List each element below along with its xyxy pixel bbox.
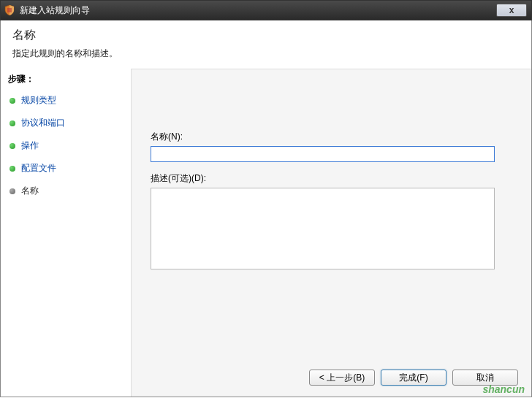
- close-button[interactable]: x: [496, 4, 527, 17]
- name-field-label: 名称(N):: [151, 131, 512, 143]
- step-label: 名称: [21, 185, 39, 197]
- svg-rect-0: [7, 8, 12, 12]
- cancel-button[interactable]: 取消: [452, 370, 518, 386]
- step-rule-type[interactable]: 规则类型: [8, 91, 123, 110]
- step-name[interactable]: 名称: [8, 182, 123, 200]
- bullet-icon: [10, 166, 15, 172]
- finish-button[interactable]: 完成(F): [381, 370, 446, 386]
- step-protocol-port[interactable]: 协议和端口: [8, 114, 123, 132]
- wizard-header: 名称 指定此规则的名称和描述。: [1, 20, 531, 69]
- bullet-icon: [10, 120, 15, 126]
- firewall-shield-icon: [4, 4, 15, 16]
- bullet-icon: [10, 188, 15, 194]
- page-subtitle: 指定此规则的名称和描述。: [12, 47, 520, 60]
- steps-heading: 步骤：: [8, 73, 123, 85]
- back-button[interactable]: < 上一步(B): [309, 370, 375, 386]
- main-panel: 名称(N): 描述(可选)(D):: [131, 69, 531, 364]
- page-title: 名称: [12, 28, 520, 43]
- step-label: 协议和端口: [21, 117, 65, 129]
- content-row: 步骤： 规则类型 协议和端口 操作 配置文件 名称: [1, 69, 531, 364]
- bullet-icon: [10, 98, 15, 104]
- window-title: 新建入站规则向导: [20, 4, 496, 17]
- close-icon: x: [509, 5, 514, 15]
- wizard-button-row: < 上一步(B) 完成(F) 取消: [131, 364, 531, 397]
- window-body: 名称 指定此规则的名称和描述。 步骤： 规则类型 协议和端口 操作 配置文件: [0, 20, 532, 397]
- description-field-label: 描述(可选)(D):: [151, 172, 512, 185]
- step-action[interactable]: 操作: [8, 137, 123, 155]
- step-profile[interactable]: 配置文件: [8, 159, 123, 177]
- name-input[interactable]: [151, 146, 495, 162]
- titlebar: 新建入站规则向导 x: [0, 0, 532, 20]
- step-label: 操作: [21, 139, 39, 152]
- step-label: 配置文件: [21, 162, 56, 175]
- step-label: 规则类型: [21, 94, 56, 107]
- bullet-icon: [10, 143, 15, 149]
- steps-sidebar: 步骤： 规则类型 协议和端口 操作 配置文件 名称: [1, 69, 131, 364]
- description-textarea[interactable]: [151, 188, 495, 269]
